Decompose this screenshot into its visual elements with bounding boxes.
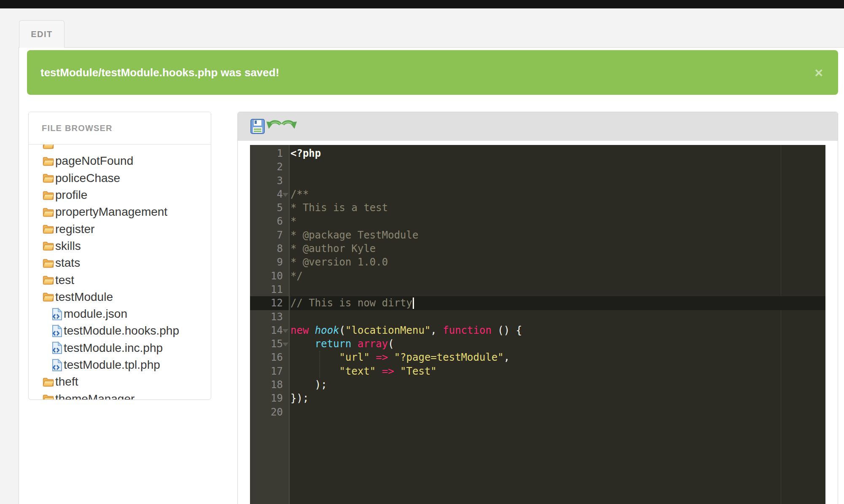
file-browser-header: FILE BROWSER [29, 112, 211, 145]
text-cursor [413, 298, 414, 309]
undo-button[interactable] [266, 118, 282, 135]
code-line[interactable]: * @package TestModule [290, 228, 825, 242]
code-file-icon [52, 359, 62, 372]
tree-folder-item[interactable]: policeChase [29, 170, 211, 187]
code-line[interactable]: return array( [290, 337, 825, 351]
line-number: 13 [250, 310, 289, 324]
code-line[interactable]: "text" => "Test" [290, 365, 825, 378]
code-line[interactable]: * This is a test [290, 201, 825, 214]
tree-folder-item[interactable]: stats [29, 255, 211, 271]
tree-item-label: test [55, 273, 74, 287]
tree-folder-item[interactable]: pageNotFound [29, 153, 211, 169]
tree-item-label: skills [55, 239, 81, 253]
folder-icon [43, 394, 54, 400]
code-line[interactable]: /** [290, 188, 825, 201]
tree-folder-item[interactable] [29, 145, 211, 153]
code-line[interactable] [290, 405, 825, 419]
fold-toggle-icon[interactable] [282, 329, 288, 333]
folder-icon [43, 241, 54, 251]
tree-folder-item[interactable]: propertyManagement [29, 204, 211, 220]
code-file-icon [52, 308, 62, 321]
code-line[interactable] [290, 160, 825, 174]
fold-toggle-icon[interactable] [282, 193, 288, 197]
tree-item-label: theft [55, 375, 78, 389]
code-line[interactable]: * @author Kyle [290, 242, 825, 255]
code-line[interactable]: "url" => "?page=testModule", [290, 351, 825, 364]
code-line[interactable]: ); [290, 378, 825, 391]
code-line[interactable]: }); [290, 391, 825, 405]
tree-item-label: pageNotFound [55, 154, 133, 168]
code-line[interactable]: // This is now dirty [290, 296, 825, 310]
tree-folder-item[interactable]: skills [29, 238, 211, 255]
tree-folder-item[interactable]: profile [29, 187, 211, 204]
save-button[interactable] [250, 118, 266, 135]
file-browser-panel: FILE BROWSER pageNotFoundpoliceChaseprof… [28, 112, 211, 400]
tab-edit[interactable]: EDIT [19, 20, 65, 48]
code-editor[interactable]: 1234567891011121314151617181920 <?php/**… [250, 145, 825, 504]
tree-file-item[interactable]: testModule.hooks.php [29, 322, 211, 339]
tree-item-label: testModule.tpl.php [64, 358, 160, 372]
close-icon[interactable]: × [814, 65, 823, 80]
line-number: 16 [250, 351, 289, 364]
line-number: 1 [250, 147, 289, 160]
code-line[interactable]: new hook("locationMenu", function () { [290, 324, 825, 337]
tree-item-label: testModule.hooks.php [64, 324, 179, 338]
code-line[interactable]: */ [290, 269, 825, 283]
folder-icon [43, 275, 54, 285]
tree-item-label: testModule.inc.php [64, 341, 163, 355]
line-number: 2 [250, 160, 289, 174]
tree-folder-item[interactable]: themeManager [29, 390, 211, 400]
line-number: 17 [250, 365, 289, 378]
save-icon [250, 119, 265, 134]
line-number: 18 [250, 378, 289, 391]
line-number: 10 [250, 269, 289, 283]
line-number: 9 [250, 255, 289, 269]
line-number: 15 [250, 337, 289, 351]
tree-file-item[interactable]: testModule.tpl.php [29, 357, 211, 373]
folder-icon [43, 377, 54, 387]
indent-guide [320, 351, 320, 378]
code-line[interactable] [290, 283, 825, 296]
code-file-icon [52, 341, 62, 354]
tree-item-label: module.json [64, 307, 127, 321]
alert-message: testModule/testModule.hooks.php was save… [40, 66, 279, 79]
tree-file-item[interactable]: module.json [29, 306, 211, 322]
tree-item-label: policeChase [55, 172, 120, 185]
editor-panel: 1234567891011121314151617181920 <?php/**… [237, 112, 838, 504]
tree-item-label: stats [55, 256, 80, 270]
folder-icon [43, 156, 54, 166]
tree-item-label: themeManager [55, 392, 134, 400]
folder-icon [43, 190, 54, 200]
editor-toolbar [238, 112, 838, 141]
code-line[interactable] [290, 310, 825, 324]
tree-file-item[interactable]: testModule.inc.php [29, 340, 211, 357]
tree-item-label: profile [55, 188, 87, 202]
editor-gutter: 1234567891011121314151617181920 [250, 145, 290, 504]
tree-item-label: propertyManagement [55, 205, 167, 219]
redo-button[interactable] [282, 118, 298, 135]
tree-item-label: testModule [55, 290, 113, 304]
code-line[interactable]: * @version 1.0.0 [290, 255, 825, 269]
tree-item-label: register [55, 223, 94, 236]
tree-folder-item[interactable]: register [29, 220, 211, 237]
tree-folder-item[interactable]: theft [29, 373, 211, 390]
save-success-alert: testModule/testModule.hooks.php was save… [27, 50, 838, 95]
line-number: 4 [250, 188, 289, 201]
folder-icon [43, 145, 54, 149]
code-line[interactable] [290, 174, 825, 188]
file-tree[interactable]: pageNotFoundpoliceChaseprofilepropertyMa… [29, 145, 211, 400]
tree-folder-item[interactable]: test [29, 271, 211, 288]
tree-folder-item[interactable]: testModule [29, 289, 211, 306]
line-number: 6 [250, 214, 289, 228]
line-number: 7 [250, 228, 289, 242]
redo-icon [282, 119, 298, 134]
code-line[interactable]: <?php [290, 147, 825, 160]
code-line[interactable]: * [290, 214, 825, 228]
folder-icon [43, 207, 54, 217]
folder-icon [43, 173, 54, 183]
tab-edit-label: EDIT [31, 29, 53, 39]
fold-toggle-icon[interactable] [282, 343, 288, 346]
top-black-bar [0, 0, 844, 8]
line-number: 11 [250, 283, 289, 296]
folder-icon [43, 258, 54, 268]
